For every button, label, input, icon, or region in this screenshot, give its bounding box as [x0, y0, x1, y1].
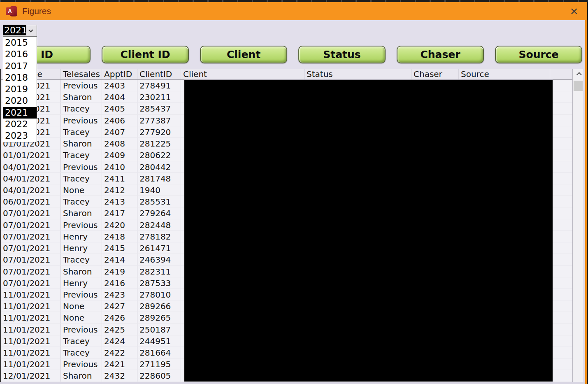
table-cell: 271195: [137, 358, 181, 370]
table-cell: 2421: [102, 358, 137, 370]
sort-button-client-id[interactable]: Client ID: [102, 46, 189, 63]
table-cell: 230211: [137, 91, 181, 102]
sort-button-bar: IDClient IDClientStatusChaserSource: [3, 46, 582, 63]
year-option[interactable]: 2017: [3, 61, 37, 72]
table-header-row: DateTelesalesApptIDClientIDClientStatusC…: [1, 69, 572, 80]
year-option[interactable]: 2015: [3, 37, 37, 49]
row-filler: [550, 196, 572, 207]
table-cell: 2418: [102, 231, 137, 242]
table-cell: Sharon: [61, 207, 102, 219]
table-cell: Henry: [61, 231, 102, 242]
table-cell: Previous: [61, 358, 102, 370]
column-header-clientid[interactable]: ClientID: [137, 69, 181, 79]
row-filler: [550, 370, 572, 381]
table-cell: 1940: [137, 184, 181, 195]
column-header-status[interactable]: Status: [304, 69, 411, 79]
table-cell: 2413: [102, 196, 137, 207]
sort-button-client[interactable]: Client: [200, 46, 287, 63]
row-filler: [550, 184, 572, 195]
sort-button-status[interactable]: Status: [298, 46, 386, 63]
table-cell: 07/01/2021: [1, 231, 61, 242]
year-combobox[interactable]: 2021: [3, 25, 37, 37]
table-cell: 281748: [137, 173, 181, 184]
window-title: Figures: [22, 6, 51, 16]
header-filler: [550, 69, 572, 79]
row-filler: [550, 126, 572, 137]
year-option[interactable]: 2020: [3, 95, 37, 107]
year-dropdown-button[interactable]: [26, 25, 37, 36]
table-cell: None: [61, 312, 102, 323]
table-cell: Sharon: [61, 138, 102, 149]
year-dropdown-list[interactable]: 201520162017201820192020202120222023: [3, 37, 37, 142]
scrollbar-thumb[interactable]: [574, 81, 583, 91]
table-cell: 11/01/2021: [1, 347, 61, 358]
column-header-apptid[interactable]: ApptID: [102, 69, 137, 79]
table-cell: 277387: [137, 115, 181, 126]
table-cell: Tracey: [61, 103, 102, 114]
row-filler: [550, 173, 572, 184]
table-cell: 07/01/2021: [1, 242, 61, 254]
datasheet-bottom-edge: [0, 382, 585, 384]
chevron-down-icon: [28, 28, 33, 32]
vertical-scrollbar[interactable]: [572, 69, 583, 382]
table-cell: 250187: [137, 324, 181, 335]
row-filler: [550, 115, 572, 126]
year-option[interactable]: 2019: [3, 84, 37, 95]
row-filler: [550, 300, 572, 312]
access-form-window: A Figures × IDClient IDClientStatusChase…: [0, 0, 588, 384]
table-cell: 2405: [102, 103, 137, 114]
year-option[interactable]: 2018: [3, 72, 37, 84]
table-cell: 281664: [137, 347, 181, 358]
column-header-chaser[interactable]: Chaser: [411, 69, 459, 79]
table-cell: 2406: [102, 115, 137, 126]
redaction-overlay: [184, 80, 553, 382]
table-cell: 11/01/2021: [1, 312, 61, 323]
table-cell: 2423: [102, 289, 137, 300]
row-filler: [550, 138, 572, 149]
table-cell: 282448: [137, 219, 181, 230]
table-cell: 07/01/2021: [1, 207, 61, 219]
year-option[interactable]: 2021: [3, 107, 37, 119]
table-cell: Henry: [61, 242, 102, 254]
table-cell: 07/01/2021: [1, 254, 61, 265]
column-header-telesales[interactable]: Telesales: [61, 69, 102, 79]
table-cell: Previous: [61, 161, 102, 172]
table-cell: Henry: [61, 277, 102, 289]
table-cell: 12/01/2021: [1, 370, 61, 381]
table-cell: Previous: [61, 289, 102, 300]
row-filler: [550, 266, 572, 277]
table-cell: 2407: [102, 126, 137, 137]
table-cell: 07/01/2021: [1, 277, 61, 289]
row-filler: [550, 242, 572, 254]
table-cell: Previous: [61, 115, 102, 126]
column-header-source[interactable]: Source: [459, 69, 550, 79]
table-cell: 2427: [102, 300, 137, 312]
row-filler: [550, 347, 572, 358]
column-header-client[interactable]: Client: [181, 69, 304, 79]
access-app-icon: A: [6, 6, 18, 17]
table-cell: Tracey: [61, 254, 102, 265]
table-cell: 246394: [137, 254, 181, 265]
sort-button-source[interactable]: Source: [495, 46, 582, 63]
close-icon[interactable]: ×: [565, 2, 583, 20]
sort-button-chaser[interactable]: Chaser: [397, 46, 484, 63]
year-option[interactable]: 2022: [3, 119, 37, 130]
table-cell: 278491: [137, 80, 181, 91]
scroll-up-button[interactable]: [573, 69, 583, 80]
row-filler: [550, 207, 572, 219]
table-cell: Tracey: [61, 173, 102, 184]
table-cell: 282311: [137, 266, 181, 277]
year-combobox-value[interactable]: 2021: [3, 25, 26, 36]
row-filler: [550, 254, 572, 265]
table-cell: 278182: [137, 231, 181, 242]
table-cell: 11/01/2021: [1, 289, 61, 300]
table-cell: 2420: [102, 219, 137, 230]
table-cell: 261471: [137, 242, 181, 254]
year-option[interactable]: 2016: [3, 49, 37, 60]
year-option[interactable]: 2023: [3, 130, 37, 142]
row-filler: [550, 277, 572, 289]
row-filler: [550, 358, 572, 370]
row-filler: [550, 80, 572, 91]
table-cell: None: [61, 184, 102, 195]
row-filler: [550, 103, 572, 114]
